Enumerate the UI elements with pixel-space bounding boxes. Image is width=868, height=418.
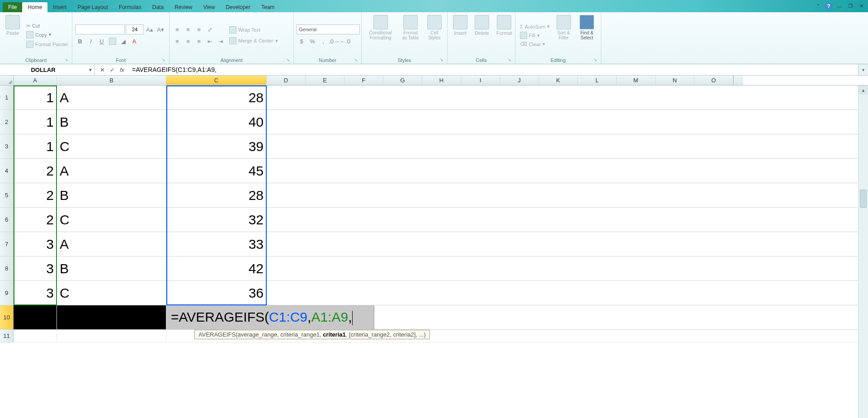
cancel-formula-icon[interactable]: ✕ [98, 65, 107, 74]
font-family-select[interactable] [75, 24, 125, 34]
tab-view[interactable]: View [198, 2, 221, 12]
bold-button[interactable]: B [75, 36, 85, 46]
tab-data[interactable]: Data [147, 2, 169, 12]
font-color-button[interactable]: A [129, 36, 139, 46]
cell-B4[interactable]: A [57, 159, 166, 183]
accounting-icon[interactable]: $ [297, 36, 307, 46]
tab-file[interactable]: File [3, 2, 22, 12]
orientation-icon[interactable]: ⤢ [205, 24, 215, 34]
cell-rest[interactable] [267, 159, 868, 183]
cell-A10[interactable] [14, 305, 57, 329]
insert-cells-button[interactable]: Insert [450, 14, 470, 57]
merge-center-button[interactable]: Merge & Center ▾ [227, 36, 280, 45]
row-header-4[interactable]: 4 [0, 159, 14, 183]
align-left-icon[interactable]: ≡ [172, 36, 182, 46]
number-format-select[interactable] [297, 24, 360, 34]
increase-indent-icon[interactable]: ⇥ [216, 36, 226, 46]
decrease-decimal-icon[interactable]: ←.0 [340, 36, 350, 46]
col-header-K[interactable]: K [539, 76, 578, 85]
tab-page-layout[interactable]: Page Layout [72, 2, 113, 12]
cell-rest[interactable] [267, 281, 868, 305]
row-header-8[interactable]: 8 [0, 256, 14, 281]
name-box[interactable]: ▼ [0, 64, 95, 75]
cell-C10-editing[interactable]: =AVERAGEIFS(C1:C9,A1:A9, [166, 305, 374, 329]
cell-A1[interactable]: 1 [14, 86, 57, 109]
clear-button[interactable]: ⌫Clear ▾ [518, 40, 552, 48]
col-header-I[interactable]: I [461, 76, 500, 85]
col-header-J[interactable]: J [500, 76, 539, 85]
name-box-dropdown-icon[interactable]: ▼ [86, 67, 94, 72]
tab-review[interactable]: Review [169, 2, 198, 12]
cell-A9[interactable]: 3 [14, 281, 57, 305]
grow-font-icon[interactable]: A▴ [145, 24, 155, 34]
spreadsheet-grid[interactable]: 1 2 3 4 5 6 7 8 9 10 11 1A28 1B40 1C39 2… [0, 86, 868, 342]
cell-styles-button[interactable]: Cell Styles [425, 14, 444, 57]
align-right-icon[interactable]: ≡ [194, 36, 204, 46]
cell-A11[interactable] [14, 330, 57, 342]
cell-A4[interactable]: 2 [14, 159, 57, 183]
align-bottom-icon[interactable]: ≡ [194, 24, 204, 34]
cell-B8[interactable]: B [57, 256, 166, 280]
formula-bar-input[interactable] [129, 66, 858, 73]
row-header-3[interactable]: 3 [0, 134, 14, 159]
tooltip-p4[interactable]: [criteria_range2, criteria2], ... [349, 331, 424, 338]
tab-team[interactable]: Team [256, 2, 280, 12]
autosum-button[interactable]: Σ AutoSum ▾ [518, 23, 552, 30]
cell-rest[interactable] [267, 256, 868, 280]
cell-A6[interactable]: 2 [14, 208, 57, 232]
shrink-font-icon[interactable]: A▾ [156, 24, 165, 34]
scroll-thumb[interactable] [860, 190, 867, 208]
tab-home[interactable]: Home [22, 2, 47, 12]
percent-icon[interactable]: % [307, 36, 317, 46]
sort-filter-button[interactable]: Sort & Filter [553, 14, 574, 57]
cell-rest[interactable] [267, 110, 868, 134]
cells-area[interactable]: 1A28 1B40 1C39 2A45 2B28 2C32 3A33 3B42 … [14, 86, 868, 342]
ribbon-minimize-icon[interactable]: ⌃ [814, 3, 822, 10]
cell-A8[interactable]: 3 [14, 256, 57, 280]
row-header-1[interactable]: 1 [0, 86, 14, 110]
col-header-F[interactable]: F [344, 76, 383, 85]
scroll-up-icon[interactable]: ▲ [859, 86, 868, 95]
cell-A2[interactable]: 1 [14, 110, 57, 134]
tooltip-p3[interactable]: criteria1 [323, 331, 346, 338]
underline-button[interactable]: U [97, 36, 107, 46]
col-header-L[interactable]: L [578, 76, 617, 85]
function-tooltip[interactable]: AVERAGEIFS(average_range, criteria_range… [194, 330, 430, 339]
cell-C3[interactable]: 39 [166, 134, 267, 158]
col-header-G[interactable]: G [383, 76, 422, 85]
italic-button[interactable]: I [86, 36, 96, 46]
tab-formulas[interactable]: Formulas [113, 2, 147, 12]
copy-button[interactable]: Copy ▾ [24, 30, 70, 39]
cell-B3[interactable]: C [57, 134, 166, 158]
col-header-B[interactable]: B [57, 76, 166, 85]
tooltip-p2[interactable]: criteria_range1 [280, 331, 320, 338]
comma-icon[interactable]: , [318, 36, 328, 46]
tab-developer[interactable]: Developer [220, 2, 256, 12]
col-header-M[interactable]: M [617, 76, 656, 85]
vertical-scrollbar[interactable]: ▲ [858, 86, 868, 418]
fill-color-button[interactable]: ◢ [118, 36, 128, 46]
cell-C6[interactable]: 32 [166, 208, 267, 232]
cell-B10[interactable] [57, 305, 166, 329]
cell-rest[interactable] [267, 208, 868, 232]
cell-B9[interactable]: C [57, 281, 166, 305]
tab-insert[interactable]: Insert [47, 2, 72, 12]
fill-button[interactable]: Fill ▾ [518, 31, 552, 40]
cell-rest[interactable] [267, 232, 868, 256]
font-size-select[interactable] [126, 24, 144, 34]
cell-A3[interactable]: 1 [14, 134, 57, 158]
row-header-2[interactable]: 2 [0, 110, 14, 134]
col-header-E[interactable]: E [306, 76, 344, 85]
cell-C9[interactable]: 36 [166, 281, 267, 305]
cell-rest[interactable] [267, 134, 868, 158]
cell-C7[interactable]: 33 [166, 232, 267, 256]
cell-B1[interactable]: A [57, 86, 166, 109]
cell-rest[interactable] [267, 183, 868, 207]
row-header-11[interactable]: 11 [0, 330, 14, 342]
select-all-corner[interactable] [0, 76, 14, 85]
row-header-9[interactable]: 9 [0, 281, 14, 305]
cell-C2[interactable]: 40 [166, 110, 267, 134]
col-header-D[interactable]: D [267, 76, 306, 85]
col-header-C[interactable]: C [166, 76, 267, 85]
cell-B5[interactable]: B [57, 183, 166, 207]
